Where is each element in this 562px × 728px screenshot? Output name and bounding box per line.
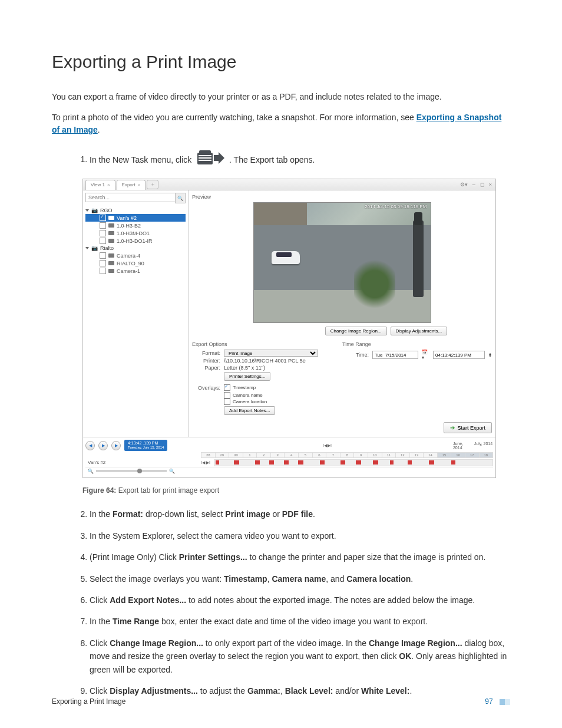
tree-camera[interactable]: 1.0-H3-DO1-IR: [85, 237, 186, 245]
format-label: Format:: [192, 350, 220, 356]
export-icon: [196, 149, 224, 170]
step-5: Select the image overlays you want: Time…: [90, 572, 510, 585]
svg-rect-3: [199, 157, 211, 159]
paper-value: Letter (8.5" x 11"): [224, 365, 265, 371]
change-image-region-button[interactable]: Change Image Region...: [325, 327, 387, 335]
page-footer: Exporting a Print Image 97: [52, 697, 510, 706]
window-close[interactable]: ×: [489, 182, 492, 187]
preview-image: 2014-Jul-15 03:59:19.119 PM: [253, 202, 431, 323]
add-export-notes-button[interactable]: Add Export Notes...: [224, 406, 275, 415]
steps-list-cont: In the Format: drop-down list, select Pr…: [52, 508, 510, 697]
export-options-label: Export Options: [192, 341, 328, 347]
tab-add-button[interactable]: +: [147, 180, 158, 189]
search-icon[interactable]: 🔍: [175, 193, 186, 203]
time-date-input[interactable]: [372, 351, 418, 359]
preview-label: Preview: [192, 194, 492, 200]
window-minimize[interactable]: –: [472, 182, 475, 187]
tree-camera[interactable]: Camera-1: [85, 267, 186, 275]
zoom-slider[interactable]: [96, 470, 167, 472]
timeline-next-button[interactable]: ▶: [111, 441, 121, 450]
paper-label: Paper:: [192, 365, 220, 371]
overlay-camera-location-checkbox[interactable]: Camera location: [224, 398, 328, 405]
preview-timestamp: 2014-Jul-15 03:59:19.119 PM: [365, 204, 427, 209]
step-6: Click Add Export Notes... to add notes a…: [90, 594, 510, 607]
svg-rect-2: [199, 155, 211, 156]
app-window: View 1 × Export × + ⚙▾ – ◻ ×: [82, 179, 496, 478]
step-9: Click Display Adjustments... to adjust t…: [90, 684, 510, 697]
tab-export[interactable]: Export ×: [117, 180, 146, 190]
overlay-timestamp-checkbox[interactable]: Timestamp: [224, 384, 256, 391]
figure-caption: Figure 64: Export tab for print image ex…: [82, 486, 510, 495]
tree-site[interactable]: 📷Rialto: [85, 245, 186, 252]
printer-value: \\10.10.10.16\RICOH 4001 PCL 5e: [224, 358, 306, 364]
display-adjustments-button[interactable]: Display Adjustments...: [391, 327, 448, 335]
tree-site[interactable]: 📷RGO: [85, 207, 186, 214]
timeline-play-button[interactable]: ▶: [98, 441, 108, 450]
calendar-icon[interactable]: 📅▾: [422, 350, 429, 360]
timeline-clock: 4:13:42 .139 PM Tuesday, July 15, 2014: [124, 440, 167, 450]
intro-paragraph-2: To print a photo of the video you are cu…: [52, 111, 510, 136]
svg-rect-4: [199, 160, 211, 161]
intro-paragraph-1: You can export a frame of video directly…: [52, 91, 510, 103]
steps-list: In the New Task menu, click . The Export…: [52, 149, 510, 170]
close-icon[interactable]: ×: [138, 182, 141, 187]
step-2: In the Format: drop-down list, select Pr…: [90, 508, 510, 521]
timeline-skip-start[interactable]: I◀▶I: [323, 443, 332, 448]
tree-camera-selected[interactable]: Van's #2: [85, 214, 186, 222]
time-label: Time:: [342, 352, 369, 358]
timeline-camera-label: Van's #2: [85, 460, 197, 465]
step-7: In the Time Range box, enter the exact d…: [90, 615, 510, 628]
timeline-prev-button[interactable]: ◀: [85, 441, 95, 450]
start-export-button[interactable]: ➔ Start Export: [444, 422, 492, 433]
time-stepper[interactable]: ▲▼: [488, 353, 492, 357]
tree-camera[interactable]: Camera-4: [85, 252, 186, 259]
svg-rect-1: [199, 150, 211, 154]
tab-bar: View 1 × Export × + ⚙▾ – ◻ ×: [83, 179, 495, 190]
intro2-text: To print a photo of the video you are cu…: [52, 113, 416, 122]
footer-title: Exporting a Print Image: [52, 697, 125, 706]
arrow-right-icon: ➔: [450, 424, 455, 431]
timeline-skip[interactable]: I◀ ▶I: [201, 460, 210, 465]
system-explorer: 🔍 📷RGO Van's #2 1.0-H3-B2 1.0-H3M-DO1 1.…: [83, 190, 189, 437]
printer-settings-button[interactable]: Printer Settings...: [224, 372, 270, 381]
page-number: 97: [485, 697, 492, 706]
overlay-camera-name-checkbox[interactable]: Camera name: [224, 392, 328, 398]
overlays-label: Overlays:: [192, 385, 220, 391]
timeline-month-label: June, 2014: [453, 442, 472, 450]
close-icon[interactable]: ×: [107, 182, 110, 187]
page-title: Exporting a Print Image: [52, 52, 510, 72]
step-1: In the New Task menu, click . The Export…: [90, 149, 510, 170]
tree-camera[interactable]: RIALTO_90: [85, 259, 186, 267]
time-range-label: Time Range: [342, 341, 492, 347]
tree-camera[interactable]: 1.0-H3M-DO1: [85, 229, 186, 237]
zoom-in-icon[interactable]: 🔍: [169, 469, 175, 474]
step-3: In the System Explorer, select the camer…: [90, 529, 510, 542]
footer-decoration: [500, 699, 510, 705]
step-8: Click Change Image Region... to only exp…: [90, 637, 510, 676]
time-time-input[interactable]: [433, 351, 485, 359]
search-input[interactable]: [85, 193, 175, 202]
timeline-month-label: July, 2014: [474, 442, 493, 450]
gear-icon[interactable]: ⚙▾: [460, 182, 468, 187]
timeline: ◀ ▶ ▶ 4:13:42 .139 PM Tuesday, July 15, …: [83, 437, 495, 477]
tab-view1[interactable]: View 1 ×: [85, 180, 115, 190]
printer-label: Printer:: [192, 358, 220, 364]
zoom-out-icon[interactable]: 🔍: [88, 469, 94, 474]
format-select[interactable]: Print image: [224, 350, 318, 357]
window-maximize[interactable]: ◻: [480, 182, 484, 187]
tree-camera[interactable]: 1.0-H3-B2: [85, 222, 186, 229]
camera-tree: 📷RGO Van's #2 1.0-H3-B2 1.0-H3M-DO1 1.0-…: [83, 206, 188, 276]
step-4: (Print Image Only) Click Printer Setting…: [90, 551, 510, 564]
timeline-event-band[interactable]: [214, 459, 493, 466]
timeline-scale[interactable]: 282930123456789101112131415161718: [201, 452, 493, 458]
